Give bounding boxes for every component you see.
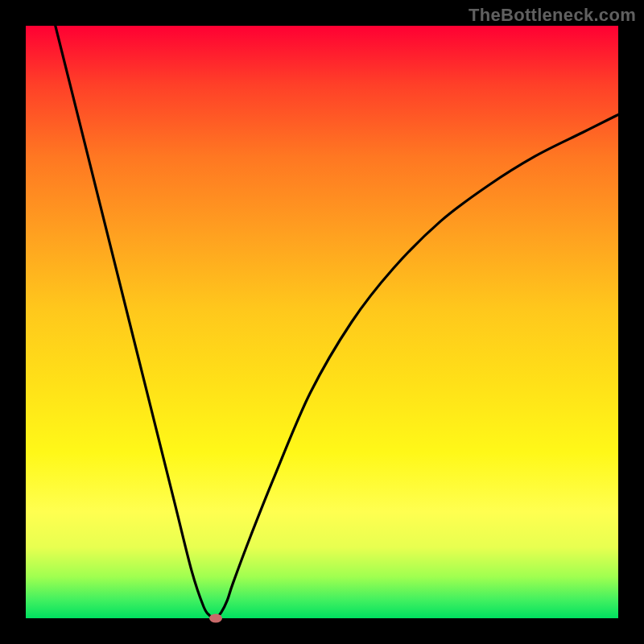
chart-frame: TheBottleneck.com	[0, 0, 644, 644]
watermark-text: TheBottleneck.com	[469, 5, 636, 26]
bottleneck-curve	[26, 26, 618, 618]
minimum-marker	[209, 614, 222, 623]
plot-area	[26, 26, 618, 618]
